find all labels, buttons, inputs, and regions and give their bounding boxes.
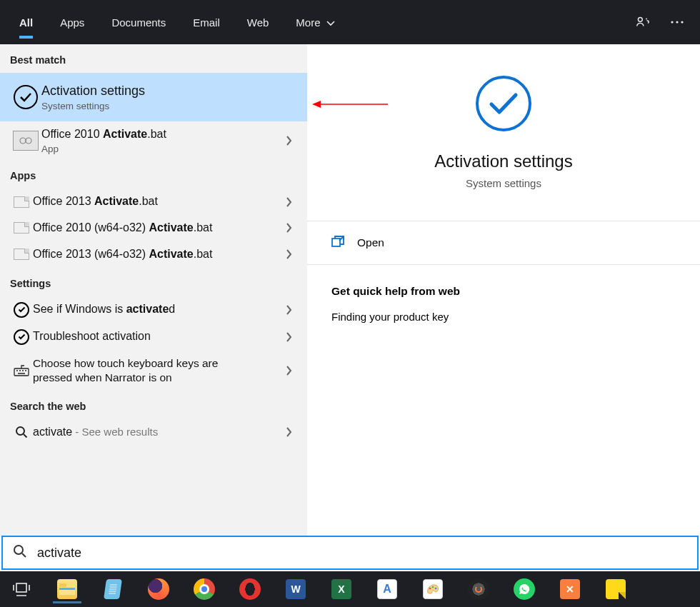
tab-apps[interactable]: Apps: [46, 0, 98, 44]
result-title: See if Windows is activated: [33, 302, 280, 317]
open-label: Open: [357, 236, 384, 249]
search-icon: [10, 426, 33, 438]
search-scope-tabs: All Apps Documents Email Web More: [0, 0, 700, 44]
svg-rect-15: [59, 583, 66, 587]
more-options-icon[interactable]: [660, 0, 694, 44]
svg-rect-16: [59, 588, 75, 590]
tab-label: Email: [193, 16, 220, 29]
result-activation-settings[interactable]: Activation settings System settings: [0, 73, 307, 121]
taskbar-notepad[interactable]: [99, 575, 127, 603]
svg-point-1: [646, 19, 647, 20]
check-circle-icon: [476, 76, 531, 131]
svg-point-12: [14, 546, 23, 554]
preview-subtitle: System settings: [307, 177, 700, 189]
svg-point-6: [26, 138, 31, 144]
taskbar-whatsapp[interactable]: [510, 575, 539, 603]
keyboard-icon: [10, 365, 33, 376]
taskbar-task-view[interactable]: [7, 575, 36, 603]
check-circle-icon: [14, 85, 38, 109]
tab-label: Documents: [111, 16, 166, 29]
check-circle-icon: [14, 302, 29, 318]
check-circle-icon: [14, 329, 29, 345]
tab-label: Web: [247, 16, 269, 29]
tab-email[interactable]: Email: [179, 0, 234, 44]
preview-pane: Activation settings System settings Open…: [307, 44, 700, 536]
open-button[interactable]: Open: [307, 221, 700, 265]
taskbar-opera[interactable]: [236, 575, 264, 603]
result-app-item[interactable]: Office 2013 Activate.bat: [0, 189, 307, 215]
result-title: Troubleshoot activation: [33, 329, 280, 344]
svg-rect-13: [16, 583, 26, 592]
result-app-item[interactable]: Office 2010 (w64-o32) Activate.bat: [0, 215, 307, 241]
bat-file-icon: [14, 222, 29, 234]
tab-label: All: [19, 16, 33, 29]
section-web: Search the web: [0, 391, 307, 419]
taskbar-xampp[interactable]: ✕: [556, 575, 584, 603]
taskbar-word[interactable]: W: [281, 575, 310, 603]
open-icon: [331, 236, 344, 250]
result-web-search[interactable]: activate - See web results: [0, 419, 307, 446]
result-setting-item[interactable]: Troubleshoot activation: [0, 323, 307, 351]
taskbar-app[interactable]: [464, 575, 493, 603]
svg-rect-7: [14, 368, 29, 376]
chevron-right-icon: [280, 223, 297, 233]
result-title: Choose how touch keyboard keys are press…: [33, 356, 247, 385]
svg-point-2: [671, 21, 673, 23]
result-subtitle: System settings: [41, 101, 297, 111]
section-best-match: Best match: [0, 44, 307, 73]
result-title: Activation settings: [41, 83, 297, 99]
result-title: Office 2010 Activate.bat: [41, 127, 280, 142]
tab-label: More: [296, 16, 320, 29]
result-setting-item[interactable]: Choose how touch keyboard keys are press…: [0, 351, 307, 391]
svg-point-8: [16, 427, 24, 435]
chevron-right-icon: [280, 332, 297, 342]
chevron-down-icon: [326, 16, 335, 29]
help-link[interactable]: Finding your product key: [307, 308, 700, 326]
svg-rect-9: [332, 239, 340, 246]
svg-point-4: [681, 21, 683, 23]
search-bar[interactable]: [1, 536, 699, 570]
bat-file-icon: [13, 131, 39, 151]
chevron-right-icon: [280, 197, 297, 207]
taskbar-chrome[interactable]: [190, 575, 219, 603]
bat-file-icon: [14, 249, 29, 260]
taskbar-wordpad[interactable]: A: [373, 575, 401, 603]
result-office2010-bat[interactable]: Office 2010 Activate.bat App: [0, 121, 307, 160]
search-input[interactable]: [37, 546, 687, 561]
feedback-icon[interactable]: [626, 0, 660, 44]
chevron-right-icon: [280, 249, 297, 259]
chevron-right-icon: [280, 305, 297, 315]
result-title: Office 2013 (w64-o32) Activate.bat: [33, 247, 280, 262]
svg-point-5: [20, 138, 26, 144]
preview-title: Activation settings: [307, 151, 700, 171]
taskbar: W X A ✕: [0, 571, 700, 607]
section-settings: Settings: [0, 268, 307, 296]
results-column: Best match Activation settings System se…: [0, 44, 307, 536]
result-title: activate - See web results: [33, 425, 280, 440]
tab-documents[interactable]: Documents: [98, 0, 179, 44]
taskbar-sticky-notes[interactable]: [601, 575, 630, 603]
chevron-right-icon: [280, 366, 297, 376]
svg-point-0: [638, 17, 642, 21]
svg-point-18: [432, 586, 434, 588]
result-setting-item[interactable]: See if Windows is activated: [0, 296, 307, 323]
svg-point-17: [429, 588, 431, 590]
taskbar-firefox[interactable]: [144, 575, 173, 603]
tab-web[interactable]: Web: [234, 0, 283, 44]
tab-label: Apps: [60, 16, 84, 29]
result-app-item[interactable]: Office 2013 (w64-o32) Activate.bat: [0, 241, 307, 268]
taskbar-excel[interactable]: X: [327, 575, 356, 603]
result-subtitle: App: [41, 144, 280, 154]
result-title: Office 2013 Activate.bat: [33, 194, 280, 209]
search-icon: [13, 544, 27, 561]
svg-point-19: [435, 588, 437, 590]
tab-more[interactable]: More: [282, 0, 348, 44]
chevron-right-icon: [280, 136, 297, 146]
help-header: Get quick help from web: [307, 265, 700, 308]
chevron-right-icon: [280, 427, 297, 437]
section-apps: Apps: [0, 160, 307, 189]
tab-all[interactable]: All: [6, 0, 46, 44]
taskbar-file-explorer[interactable]: [53, 575, 81, 603]
taskbar-paint[interactable]: [419, 575, 447, 603]
svg-point-3: [676, 21, 678, 23]
